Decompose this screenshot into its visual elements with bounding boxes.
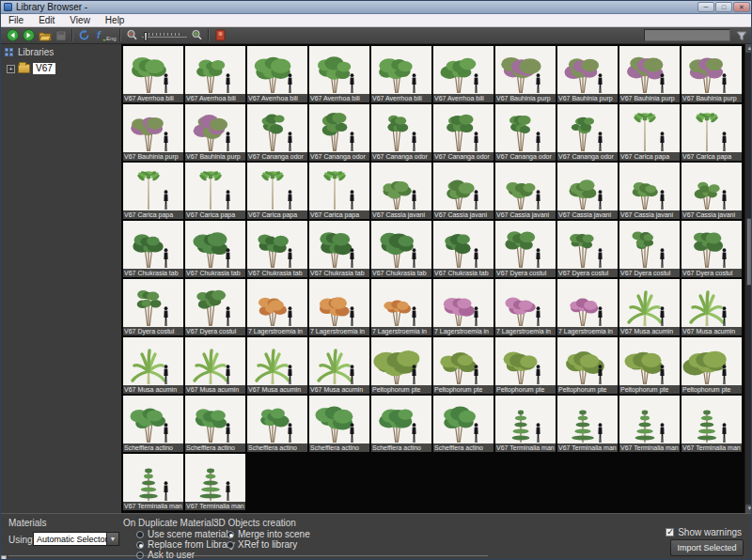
scrollbar-thumb[interactable] — [746, 218, 752, 286]
library-item[interactable]: V67 Terminalia man — [185, 454, 245, 510]
library-item[interactable]: Schefflera actino — [123, 396, 183, 452]
library-item[interactable]: V67 Carica papa — [123, 163, 183, 219]
import-selected-button[interactable]: Import Selected — [670, 539, 744, 556]
library-item[interactable]: V67 Chukrasia tab — [433, 221, 494, 277]
library-item[interactable]: 7 Lagerstroemia in — [309, 279, 369, 335]
library-item[interactable]: V67 Bauhinia purp — [682, 46, 742, 102]
dropdown-arrow-icon[interactable]: ▼ — [106, 533, 118, 545]
zoom-out-icon[interactable] — [125, 28, 139, 42]
refresh-icon[interactable] — [77, 28, 91, 42]
library-item[interactable]: V67 Dyera costul — [495, 221, 556, 277]
library-item[interactable]: Schefflera actino — [433, 396, 494, 452]
library-item[interactable]: V67 Averrhoa bili — [247, 46, 307, 102]
library-item[interactable]: V67 Musa acumin — [309, 337, 369, 394]
radio-icon[interactable] — [227, 541, 234, 549]
scroll-up-icon[interactable]: ▲ — [745, 44, 752, 53]
library-item[interactable]: V67 Carica papa — [309, 163, 369, 219]
library-item[interactable]: Peltophorum pte — [619, 337, 680, 394]
library-item[interactable]: V67 Carica papa — [682, 104, 742, 161]
library-item[interactable]: V67 Cananga odor — [371, 104, 431, 161]
library-item[interactable]: 7 Lagerstroemia in — [247, 279, 307, 335]
library-item[interactable]: V67 Averrhoa bili — [371, 46, 431, 102]
menu-file[interactable]: File — [1, 14, 31, 26]
library-item[interactable]: Schefflera actino — [247, 396, 307, 452]
library-item[interactable]: V67 Cassia javani — [557, 163, 618, 219]
radio-use-scene-material[interactable]: Use scene material — [136, 529, 228, 539]
library-item[interactable]: V67 Averrhoa bili — [123, 46, 183, 102]
library-item[interactable]: V67 Cassia javani — [433, 163, 494, 219]
library-item[interactable]: V67 Averrhoa bili — [433, 46, 494, 102]
library-item[interactable]: V67 Cananga odor — [309, 104, 369, 161]
library-item[interactable]: V67 Terminalia man — [619, 396, 680, 452]
library-item[interactable]: 7 Lagerstroemia in — [557, 279, 618, 335]
library-item[interactable]: V67 Chukrasia tab — [371, 221, 431, 277]
radio-icon[interactable] — [227, 531, 234, 538]
material-selector-dropdown[interactable]: Automatic Selector ▼ — [33, 532, 119, 546]
library-item[interactable]: V67 Cassia javani — [371, 163, 431, 219]
library-item[interactable]: 7 Lagerstroemia in — [433, 279, 494, 335]
close-button[interactable]: ✕ — [733, 2, 750, 12]
radio-icon[interactable] — [136, 531, 144, 538]
back-icon[interactable] — [6, 28, 20, 42]
library-item[interactable]: V67 Terminalia man — [557, 396, 618, 452]
language-icon[interactable]: f — [93, 28, 107, 42]
expand-icon[interactable]: + — [7, 65, 15, 73]
menu-view[interactable]: View — [62, 14, 98, 26]
library-item[interactable]: Schefflera actino — [309, 396, 369, 452]
library-item[interactable]: V67 Bauhinia purp — [619, 46, 680, 102]
library-item[interactable]: V67 Cananga odor — [495, 104, 556, 161]
radio-xref-to-library[interactable]: XRef to library — [227, 539, 297, 550]
vertical-scrollbar[interactable]: ▲ ▼ — [744, 44, 752, 513]
library-item[interactable]: 7 Lagerstroemia in — [371, 279, 431, 335]
library-item[interactable]: V67 Musa acumin — [619, 279, 680, 335]
library-item[interactable]: V67 Musa acumin — [123, 337, 183, 394]
library-item[interactable]: V67 Averrhoa bili — [309, 46, 369, 102]
library-item[interactable]: V67 Terminalia man — [123, 454, 183, 510]
library-item[interactable]: V67 Bauhinia purp — [123, 104, 183, 161]
library-item[interactable]: V67 Carica papa — [247, 163, 307, 219]
show-warnings-checkbox[interactable]: Show warnings — [666, 527, 742, 537]
library-item[interactable]: V67 Musa acumin — [247, 337, 307, 394]
library-item[interactable]: Peltophorum pte — [682, 337, 742, 394]
library-item[interactable]: V67 Dyera costul — [185, 279, 245, 335]
library-item[interactable]: 7 Lagerstroemia in — [495, 279, 556, 335]
library-item[interactable]: V67 Bauhinia purp — [557, 46, 618, 102]
zoom-slider-handle[interactable] — [144, 32, 148, 41]
library-item[interactable]: Schefflera actino — [185, 396, 245, 452]
library-item[interactable]: Schefflera actino — [371, 396, 431, 452]
library-name[interactable]: V67 — [33, 63, 55, 74]
library-item[interactable]: V67 Bauhinia purp — [185, 104, 245, 161]
library-item[interactable]: V67 Dyera costul — [682, 221, 742, 277]
radio-merge-into-scene[interactable]: Merge into scene — [227, 529, 310, 539]
open-library-icon[interactable] — [38, 28, 52, 42]
radio-icon[interactable] — [136, 541, 144, 549]
library-item[interactable]: V67 Chukrasia tab — [123, 221, 183, 277]
library-item[interactable]: V67 Chukrasia tab — [309, 221, 369, 277]
library-item[interactable]: V67 Chukrasia tab — [185, 221, 245, 277]
library-item[interactable]: V67 Cananga odor — [557, 104, 618, 161]
library-item[interactable]: V67 Terminalia man — [682, 396, 742, 452]
checkbox-icon[interactable] — [666, 528, 674, 537]
sidebar-item-v67[interactable]: + V67 — [1, 60, 121, 74]
menu-help[interactable]: Help — [98, 14, 133, 26]
library-item[interactable]: V67 Carica papa — [185, 163, 245, 219]
minimize-button[interactable]: ─ — [697, 2, 714, 12]
material-editor-icon[interactable] — [213, 28, 227, 42]
library-item[interactable]: V67 Dyera costul — [557, 221, 618, 277]
library-item[interactable]: Peltophorum pte — [371, 337, 431, 394]
library-item[interactable]: Peltophorum pte — [495, 337, 556, 394]
zoom-in-icon[interactable] — [190, 28, 204, 42]
library-item[interactable]: V67 Terminalia man — [495, 396, 556, 452]
library-item[interactable]: V67 Cananga odor — [247, 104, 307, 161]
maximize-button[interactable]: □ — [715, 2, 732, 12]
filter-input[interactable] — [644, 29, 730, 41]
library-item[interactable]: V67 Bauhinia purp — [495, 46, 556, 102]
library-item[interactable]: V67 Cananga odor — [433, 104, 494, 161]
radio-replace-from-library[interactable]: Replace from Library — [136, 539, 235, 550]
library-item[interactable]: V67 Dyera costul — [123, 279, 183, 335]
library-item[interactable]: V67 Averrhoa bili — [185, 46, 245, 102]
library-item[interactable]: Peltophorum pte — [557, 337, 618, 394]
library-item[interactable]: V67 Dyera costul — [619, 221, 680, 277]
library-item[interactable]: V67 Musa acumin — [682, 279, 742, 335]
library-item[interactable]: V67 Cassia javani — [682, 163, 742, 219]
